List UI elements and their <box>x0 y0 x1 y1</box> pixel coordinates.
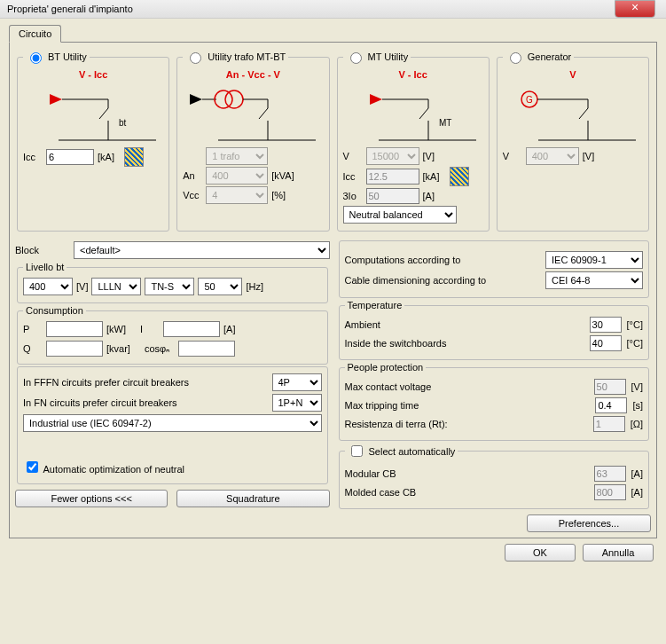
svg-text:bt: bt <box>119 118 127 128</box>
svg-marker-0 <box>50 94 62 105</box>
svg-point-9 <box>215 90 232 108</box>
group-trafo: Utility trafo MT-BT An - Vcc - V <box>176 50 329 232</box>
fn-select[interactable]: 1P+N <box>272 394 322 412</box>
autosel-mcc-label: Molded case CB <box>345 487 589 498</box>
svg-line-27 <box>579 108 588 119</box>
trafo-vcc-select: 4 <box>206 186 268 204</box>
trafo-vcc-label: Vcc <box>183 190 202 200</box>
group-generator: Generator V G V 400 [V] <box>497 50 649 232</box>
cons-cos-input[interactable] <box>178 341 235 357</box>
block-select[interactable]: <default> <box>74 241 330 259</box>
legend-livello: Livello bt <box>23 262 67 272</box>
std-cable-label: Cable dimensioning according to <box>345 275 541 286</box>
legend-protection: People protection <box>345 362 427 373</box>
livello-earth-select[interactable]: TN-S <box>145 278 194 295</box>
cons-i-label: I <box>140 324 160 334</box>
window-titlebar: Proprieta' generali d'impianto <box>0 0 666 19</box>
svg-line-3 <box>99 108 108 119</box>
group-mt-utility: MT Utility V - Icc MT V 15000 <box>337 50 490 232</box>
mt-v-select: 15000 <box>366 147 419 165</box>
temp-ins-label: Inside the switchboards <box>345 338 584 349</box>
trafo-diagram-title: An - Vcc - V <box>183 69 323 80</box>
window-title: Proprieta' generali d'impianto <box>7 4 133 14</box>
cons-q-unit: [kvar] <box>106 343 130 354</box>
trafo-diagram <box>183 82 323 144</box>
prot-mtt-input[interactable] <box>595 397 627 413</box>
fffn-select[interactable]: 4P <box>272 373 322 391</box>
cons-q-input[interactable] <box>46 341 103 357</box>
auto-neutral-checkbox[interactable]: Automatic optimization of neutral <box>23 459 184 475</box>
cons-i-input[interactable] <box>163 321 220 337</box>
prot-mtt-label: Max tripping time <box>345 400 591 411</box>
radio-generator[interactable] <box>510 52 521 64</box>
mt-neutral-select[interactable]: Neutral balanced <box>343 206 457 224</box>
mt-icc-input <box>366 169 419 185</box>
mt-3io-unit: [A] <box>423 191 446 201</box>
std-comp-label: Computations according to <box>345 255 541 265</box>
group-consumption: Consumption P [kW] I [A] <box>17 305 328 365</box>
legend-mt: MT Utility <box>368 51 409 62</box>
svg-text:G: G <box>526 95 533 105</box>
temp-ins-unit: [°C] <box>627 338 643 349</box>
ok-button[interactable]: OK <box>505 544 576 562</box>
bt-calc-icon[interactable] <box>124 147 144 167</box>
temp-amb-input[interactable] <box>590 317 622 333</box>
legend-temperature: Temperature <box>345 300 405 310</box>
mt-v-unit: [V] <box>423 151 446 161</box>
prot-mtt-unit: [s] <box>632 400 643 411</box>
svg-text:MT: MT <box>439 118 451 128</box>
livello-v-unit: [V] <box>76 281 88 292</box>
group-bt-utility: BT Utility V - Icc bt Icc <box>17 50 169 232</box>
cons-p-unit: [kW] <box>106 324 126 334</box>
mt-3io-input <box>366 188 419 204</box>
autoselect-checkbox[interactable] <box>351 445 363 457</box>
cons-p-input[interactable] <box>46 321 103 337</box>
prot-mcv-label: Max contact voltage <box>345 381 589 392</box>
squadrature-button[interactable]: Squadrature <box>176 490 329 507</box>
use-select[interactable]: Industrial use (IEC 60947-2) <box>23 414 322 432</box>
prot-rt-label: Resistenza di terra (Rt): <box>345 419 588 429</box>
tab-circuito[interactable]: Circuito <box>9 25 61 43</box>
livello-freq-select[interactable]: 50 <box>198 278 242 295</box>
group-cbprefs: In FFFN circuits prefer circuit breakers… <box>17 366 328 484</box>
livello-dist-select[interactable]: LLLN <box>91 278 141 295</box>
close-icon[interactable]: × <box>615 0 655 18</box>
bt-icc-label: Icc <box>23 152 43 162</box>
autosel-mod-label: Modular CB <box>345 468 589 479</box>
mt-diagram: MT <box>343 82 483 144</box>
fewer-options-button[interactable]: Fewer options <<< <box>15 490 168 507</box>
trafo-vcc-unit: [%] <box>271 190 294 200</box>
mt-calc-icon[interactable] <box>450 167 469 186</box>
prot-rt-input <box>593 416 625 432</box>
legend-bt: BT Utility <box>48 51 87 62</box>
gen-diagram: G <box>503 82 643 144</box>
legend-generator: Generator <box>528 51 572 62</box>
std-cable-select[interactable]: CEI 64-8 <box>545 271 643 289</box>
temp-ins-input[interactable] <box>590 335 622 351</box>
temp-amb-label: Ambient <box>345 319 584 330</box>
prot-mcv-input <box>594 379 626 395</box>
mt-icc-label: Icc <box>343 171 363 182</box>
radio-trafo[interactable] <box>190 52 201 64</box>
cancel-button[interactable]: Annulla <box>583 544 654 562</box>
group-livello: Livello bt 400 [V] LLLN TN-S 50 [Hz] <box>17 262 328 303</box>
gen-v-label: V <box>503 151 522 161</box>
std-comp-select[interactable]: IEC 60909-1 <box>545 251 643 269</box>
temp-amb-unit: [°C] <box>627 319 643 330</box>
radio-mt[interactable] <box>350 52 362 64</box>
svg-marker-16 <box>370 94 382 105</box>
bt-icc-input[interactable] <box>46 149 94 165</box>
preferences-button[interactable]: Preferences... <box>527 514 651 532</box>
svg-marker-7 <box>190 94 202 105</box>
bt-icc-unit: [kA] <box>98 152 121 162</box>
group-standards: Computations according to IEC 60909-1 Ca… <box>339 240 650 298</box>
legend-trafo: Utility trafo MT-BT <box>208 51 286 62</box>
cons-i-unit: [A] <box>223 324 235 334</box>
bt-diagram-title: V - Icc <box>23 69 163 80</box>
cons-cos-label: cosφₙ <box>145 343 175 355</box>
mt-v-label: V <box>343 151 363 161</box>
autosel-mcc-input <box>594 484 626 500</box>
prot-mcv-unit: [V] <box>631 381 643 392</box>
livello-v-select[interactable]: 400 <box>23 278 73 295</box>
radio-bt[interactable] <box>30 52 42 64</box>
